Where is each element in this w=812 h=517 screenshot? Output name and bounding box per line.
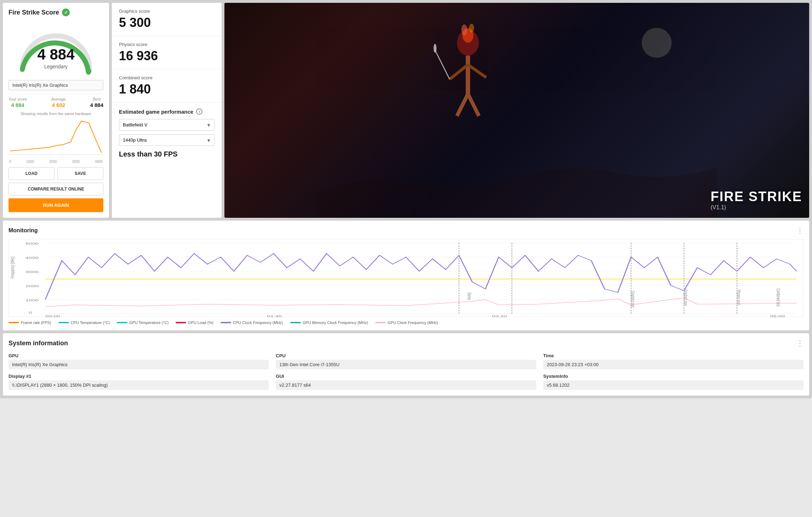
svg-text:00:00: 00:00 <box>45 314 60 317</box>
legend-gpu-clock: GPU Clock Frequency (MHz) <box>375 320 438 325</box>
system-info-menu-button[interactable]: ⋮ <box>796 339 804 347</box>
chart-svg <box>8 119 103 154</box>
legend-label-gpu-load: GPU Load (%) <box>188 320 213 325</box>
combined-score-value: 1 840 <box>119 82 215 97</box>
svg-text:Combined test: Combined test <box>775 288 781 307</box>
physics-score-value: 16 936 <box>119 49 215 63</box>
est-title-row: Estimated game performance i <box>119 108 215 115</box>
estimated-game-perf: Estimated game performance i Battlefield… <box>112 103 222 164</box>
svg-text:5000: 5000 <box>25 242 39 245</box>
legend-color-cpu-clock <box>221 322 231 323</box>
svg-point-13 <box>642 28 672 58</box>
x-label-1: 1000 <box>26 160 34 164</box>
monitoring-title: Monitoring <box>8 227 38 234</box>
svg-text:Frequency (MHz): Frequency (MHz) <box>9 256 15 278</box>
graphics-score-title: Graphics score <box>119 8 215 14</box>
legend-gpu-mem-clock: GPU Memory Clock Frequency (MHz) <box>290 320 368 325</box>
graphics-score-value: 5 300 <box>119 15 215 30</box>
average-value: 4 602 <box>51 102 66 108</box>
resolution-select[interactable]: 1440p Ultra 1080p Ultra 1080p High <box>119 134 215 146</box>
monitoring-header: Monitoring ⋮ <box>8 226 804 235</box>
display-label: Display #1 <box>8 374 269 379</box>
chart-xaxis: 0 1000 2000 3000 4000 <box>8 160 103 164</box>
best-label: Best <box>90 97 103 101</box>
gui-value: v2.27.8177 s64 <box>276 380 536 390</box>
x-label-0: 0 <box>9 160 11 164</box>
info-time: Time 2023-09-26 23:23 +03:00 <box>543 353 804 369</box>
systeminfo-label: SystemInfo <box>543 374 804 379</box>
gpu-value: Intel(R) Iris(R) Xe Graphics <box>8 360 269 369</box>
legend-color-gpu-load <box>176 322 186 323</box>
info-icon[interactable]: i <box>196 108 202 115</box>
load-button[interactable]: LOAD <box>8 167 55 180</box>
combined-score-title: Combined score <box>119 75 215 80</box>
legend-color-gpu-mem-clock <box>290 322 301 323</box>
gauge-container: 4 884 Legendary <box>8 20 103 76</box>
score-label: Legendary <box>8 64 103 69</box>
bg-svg <box>224 3 809 218</box>
your-score-label: Your score <box>8 97 27 101</box>
legend-label-gpu-clock: GPU Clock Frequency (MHz) <box>388 320 438 325</box>
best-value: 4 884 <box>90 102 103 108</box>
compare-button[interactable]: COMPARE RESULT ONLINE <box>8 183 103 195</box>
svg-text:3000: 3000 <box>25 270 39 274</box>
showing-results: Showing results from the same hardware <box>8 112 103 116</box>
svg-text:Graphics test: Graphics test <box>630 291 636 308</box>
legend-label-cpu-clock: CPU Clock Frequency (MHz) <box>233 320 283 325</box>
x-label-2: 2000 <box>49 160 57 164</box>
run-again-button[interactable]: RUN AGAIN <box>8 198 103 212</box>
gui-label: GUI <box>276 374 536 379</box>
your-score-col: Your score 4 884 <box>8 97 27 108</box>
legend-label-framerate: Frame rate (FPS) <box>21 320 51 325</box>
svg-text:05:00: 05:00 <box>770 314 785 317</box>
game-image: FIRE STRIKE (V1.1) <box>224 3 809 218</box>
info-systeminfo: SystemInfo v5.68.1202 <box>543 374 804 390</box>
legend-cpu-clock: CPU Clock Frequency (MHz) <box>221 320 283 325</box>
svg-text:2000: 2000 <box>25 284 39 288</box>
physics-score-title: Physics score <box>119 42 215 47</box>
svg-text:Physics test: Physics test <box>736 290 742 305</box>
svg-text:Graphics test: Graphics test <box>683 289 689 306</box>
svg-text:1000: 1000 <box>25 299 39 302</box>
svg-text:4000: 4000 <box>25 256 39 260</box>
score-comparison: Your score 4 884 Average 4 602 Best 4 88… <box>8 94 103 108</box>
legend-color-framerate <box>8 322 19 323</box>
gauge-score: 4 884 Legendary <box>8 46 103 69</box>
gpu-name: Intel(R) Iris(R) Xe Graphics <box>8 80 103 90</box>
buttons-area: LOAD SAVE COMPARE RESULT ONLINE RUN AGAI… <box>8 167 103 212</box>
save-button[interactable]: SAVE <box>57 167 103 180</box>
panel-title: Fire Strike Score ✓ <box>8 8 103 16</box>
check-icon: ✓ <box>62 8 70 16</box>
average-score-col: Average 4 602 <box>51 97 66 108</box>
fs-title: FIRE STRIKE <box>711 189 802 204</box>
load-save-row: LOAD SAVE <box>8 167 103 180</box>
info-gui: GUI v2.27.8177 s64 <box>276 374 536 390</box>
best-score-col: Best 4 884 <box>90 97 103 108</box>
system-info-panel: System information ⋮ GPU Intel(R) Iris(R… <box>3 333 809 396</box>
middle-panel: Graphics score 5 300 Physics score 16 93… <box>112 3 222 218</box>
svg-text:03:20: 03:20 <box>492 314 507 317</box>
gpu-label: GPU <box>8 353 269 358</box>
main-score: 4 884 <box>8 46 103 63</box>
legend-color-gpu-temp <box>117 322 127 323</box>
monitoring-chart-area: 5000 4000 3000 2000 1000 0 <box>8 239 804 317</box>
legend-framerate: Frame rate (FPS) <box>8 320 51 325</box>
graphics-score-block: Graphics score 5 300 <box>112 3 222 36</box>
system-info-grid: GPU Intel(R) Iris(R) Xe Graphics CPU 13t… <box>8 353 804 390</box>
left-panel: Fire Strike Score ✓ 4 884 Legendary <box>3 3 109 218</box>
x-label-4: 4000 <box>95 160 103 164</box>
game-select[interactable]: Battlefield V Call of Duty Cyberpunk 207… <box>119 119 215 131</box>
info-display: Display #1 \\.\DISPLAY1 (2880 × 1800, 15… <box>8 374 269 390</box>
time-value: 2023-09-26 23:23 +03:00 <box>543 360 804 369</box>
svg-text:Demo: Demo <box>466 292 472 300</box>
average-label: Average <box>51 97 66 101</box>
legend-label-gpu-mem-clock: GPU Memory Clock Frequency (MHz) <box>303 320 368 325</box>
right-panel: FIRE STRIKE (V1.1) <box>224 3 809 218</box>
legend-label-cpu-temp: CPU Temperature (°C) <box>71 320 110 325</box>
legend-label-gpu-temp: GPU Temperature (°C) <box>129 320 168 325</box>
display-value: \\.\DISPLAY1 (2880 × 1800, 150% DPI scal… <box>8 380 269 390</box>
info-gpu: GPU Intel(R) Iris(R) Xe Graphics <box>8 353 269 369</box>
physics-score-block: Physics score 16 936 <box>112 36 222 69</box>
monitoring-menu-button[interactable]: ⋮ <box>796 226 804 235</box>
legend-row: Frame rate (FPS) CPU Temperature (°C) GP… <box>8 320 804 325</box>
